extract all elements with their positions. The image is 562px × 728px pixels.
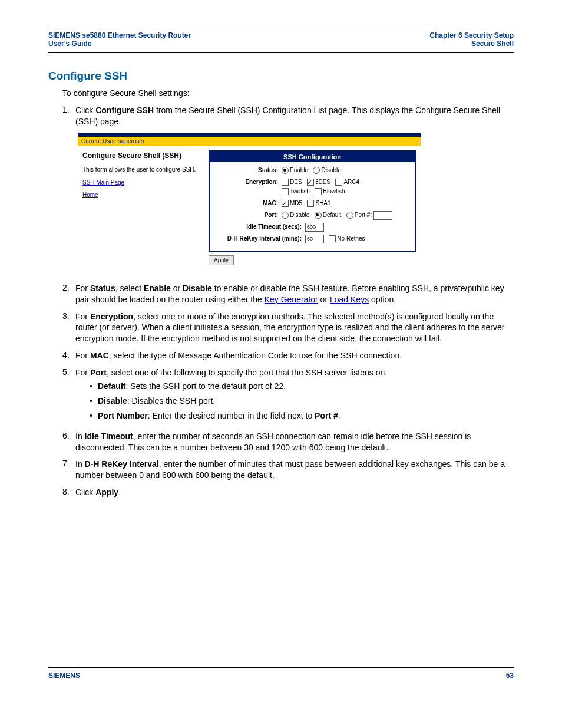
md5-checkbox[interactable] (282, 200, 289, 207)
text-bold: MAC (90, 351, 109, 360)
label: DES (290, 179, 302, 185)
text-bold: Port (90, 368, 107, 377)
port-disable-radio[interactable] (282, 212, 289, 219)
intro-text: To configure Secure Shell settings: (62, 88, 514, 98)
text: or (171, 284, 183, 293)
label: Disable (321, 167, 340, 173)
text: In (75, 459, 85, 469)
label: SHA1 (315, 200, 330, 206)
text: . (338, 411, 340, 420)
header-right-1: Chapter 6 Security Setup (429, 31, 514, 39)
status-enable-radio[interactable] (282, 167, 289, 174)
step-6: 6. In Idle Timeout, enter the number of … (62, 431, 514, 453)
key-generator-link[interactable]: Key Generator (265, 295, 318, 304)
text: or (318, 295, 330, 304)
step-7: 7. In D-H ReKey Interval, enter the numb… (62, 459, 514, 481)
step-3: 3. For Encryption, select one or more of… (62, 311, 514, 345)
text: : Enter the desired number in the field … (148, 411, 315, 420)
ssh-main-page-link[interactable]: SSH Main Page (82, 179, 124, 186)
bullet-default: •Default: Sets the SSH port to the defau… (90, 381, 514, 392)
step-5: 5. For Port, select one of the following… (62, 367, 514, 425)
label: Port #: (355, 212, 372, 218)
step-2: 2. For Status, select Enable or Disable … (62, 283, 514, 305)
port-num-radio[interactable] (346, 212, 353, 219)
home-link[interactable]: Home (82, 192, 98, 198)
status-disable-radio[interactable] (313, 167, 320, 174)
text: : Sets the SSH port to the default port … (125, 381, 286, 391)
port-num-input[interactable] (373, 211, 392, 220)
footer-page-number: 53 (506, 671, 514, 680)
step-4: 4. For MAC, select the type of Message A… (62, 350, 514, 361)
label: No Retries (337, 235, 365, 242)
panel-description: This form allows the user to configure S… (82, 166, 203, 173)
port-default-radio[interactable] (315, 212, 322, 219)
label: Default (323, 212, 342, 218)
label: Blowfish (323, 188, 345, 195)
rekey-interval-input[interactable]: 60 (305, 235, 324, 243)
text-bold: Port Number (98, 411, 148, 420)
mac-label: MAC: (213, 199, 282, 206)
label: MD5 (290, 200, 302, 206)
idle-timeout-label: Idle Timeout (secs): (213, 222, 305, 230)
label: Enable (290, 167, 308, 173)
text: . (118, 487, 121, 497)
text-bold: Port # (315, 411, 338, 420)
text: For (75, 312, 90, 321)
config-screenshot: Current User: superuser Configure Secure… (78, 133, 421, 272)
text: For (75, 368, 90, 377)
text-bold: Apply (95, 487, 118, 497)
footer-brand: SIEMENS (48, 671, 80, 680)
text-bold: Default (98, 381, 125, 391)
page-footer: SIEMENS 53 (48, 667, 514, 680)
header-right-2: Secure Shell (429, 39, 514, 48)
config-table-header: SSH Configuration (210, 151, 415, 162)
blowfish-checkbox[interactable] (315, 188, 322, 195)
text-bold: Enable (144, 284, 171, 293)
apply-button[interactable]: Apply (209, 255, 234, 265)
text: For (75, 284, 90, 293)
bullet-port-number: •Port Number: Enter the desired number i… (90, 410, 514, 421)
text: , select one or more of the encryption m… (75, 312, 504, 344)
text-bold: Disable (183, 284, 212, 293)
text: Click (75, 487, 95, 497)
3des-checkbox[interactable] (307, 179, 314, 186)
sha1-checkbox[interactable] (307, 200, 314, 207)
text-bold: Configure SSH (95, 106, 154, 115)
label: ARC4 (343, 179, 359, 185)
step-1: 1. Click Configure SSH from the Secure S… (62, 105, 514, 127)
text-bold: Status (90, 284, 115, 293)
des-checkbox[interactable] (282, 179, 289, 186)
text-bold: D-H ReKey Interval (85, 459, 159, 469)
port-label: Port: (213, 210, 282, 218)
text-bold: Disable (98, 396, 127, 406)
header-left-2: User's Guide (48, 39, 191, 48)
arc4-checkbox[interactable] (335, 179, 342, 186)
text: For (75, 351, 90, 360)
bullet-disable: •Disable: Disables the SSH port. (90, 396, 514, 407)
idle-timeout-input[interactable]: 600 (305, 223, 324, 232)
text: option. (369, 295, 396, 304)
text: : Disables the SSH port. (127, 396, 215, 406)
load-keys-link[interactable]: Load Keys (330, 295, 369, 304)
text: In (75, 431, 85, 441)
status-label: Status: (213, 166, 282, 173)
step-8: 8. Click Apply. (62, 487, 514, 498)
rekey-interval-label: D-H ReKey Interval (mins): (213, 234, 305, 242)
page-header: SIEMENS se5880 Ethernet Security Router … (48, 31, 514, 53)
no-retries-checkbox[interactable] (329, 235, 336, 242)
text-bold: Idle Timeout (85, 431, 133, 441)
section-title: Configure SSH (48, 70, 514, 83)
text: , select the type of Message Authenticat… (109, 351, 402, 360)
label: 3DES (315, 179, 330, 185)
current-user-bar: Current User: superuser (78, 137, 421, 146)
twofish-checkbox[interactable] (282, 188, 289, 195)
panel-title: Configure Secure Shell (SSH) (82, 151, 203, 160)
text: , enter the number of seconds an SSH con… (75, 431, 471, 452)
text: Click (75, 106, 95, 115)
text: , select one of the following to specify… (107, 368, 387, 377)
header-left-1: SIEMENS se5880 Ethernet Security Router (48, 31, 191, 39)
label: Twofish (290, 188, 310, 195)
text-bold: Encryption (90, 312, 133, 321)
text: , select (115, 284, 144, 293)
label: Disable (290, 212, 309, 218)
